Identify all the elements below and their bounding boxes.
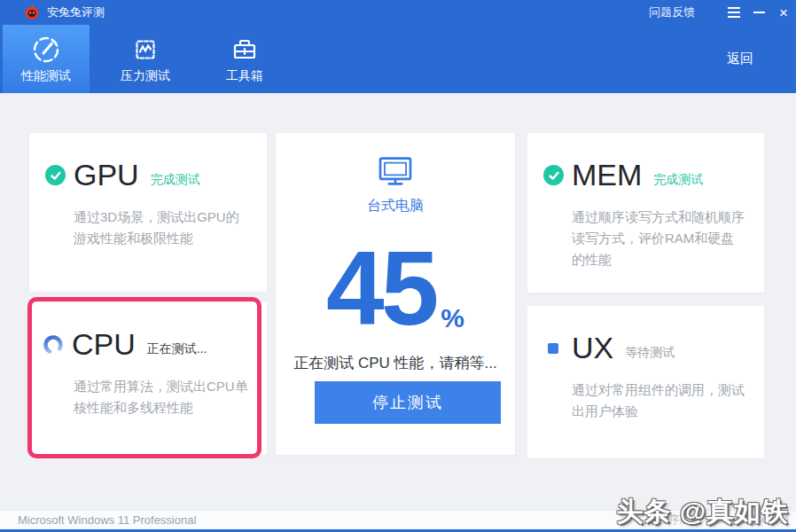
tab-label: 性能测试	[21, 68, 71, 84]
tab-stress-test[interactable]: 压力测试	[102, 25, 189, 93]
feedback-link[interactable]: 问题反馈	[649, 4, 695, 20]
minimize-button[interactable]	[746, 0, 771, 25]
gpu-status-badge: 完成测试	[151, 163, 200, 188]
progress-percent-value: 45	[326, 243, 435, 335]
stop-test-button[interactable]: 停止测试	[315, 381, 501, 424]
menu-button[interactable]	[722, 0, 746, 25]
ux-test-card[interactable]: UX 等待测试 通过对常用组件的调用，测试 出用户体验	[527, 306, 764, 458]
gpu-done-check-icon	[45, 165, 66, 185]
minimize-icon	[753, 12, 765, 13]
close-icon: ×	[779, 5, 788, 20]
gpu-test-card[interactable]: GPU 完成测试 通过3D场景，测试出GPU的 游戏性能和极限性能	[29, 133, 267, 292]
cpu-status-badge: 正在测试...	[147, 332, 207, 357]
gpu-card-title: GPU	[74, 158, 139, 192]
desktop-monitor-icon	[378, 156, 413, 186]
tab-toolbox[interactable]: 工具箱	[201, 25, 288, 93]
app-title: 安兔兔评测	[47, 4, 105, 20]
hamburger-icon	[728, 7, 740, 18]
mem-status-badge: 完成测试	[653, 163, 703, 188]
ux-waiting-square-icon	[548, 343, 558, 354]
progress-panel-card: 台式电脑 45 % 正在测试 CPU 性能，请稍等... 停止测试	[276, 133, 515, 455]
percent-sign: %	[441, 303, 464, 333]
chip-icon	[129, 34, 161, 66]
cpu-description: 通过常用算法，测试出CPU单 核性能和多线程性能	[74, 376, 261, 419]
watermark-text: 头条 @真如铁	[616, 494, 789, 530]
toolbox-icon	[229, 34, 261, 66]
cpu-card-title: CPU	[72, 327, 136, 362]
mem-done-check-icon	[543, 165, 564, 185]
os-version-label: Microsoft Windows 11 Professional	[18, 513, 196, 527]
title-bar: 安兔兔评测 问题反馈 ×	[0, 0, 796, 25]
gauge-icon	[30, 34, 62, 66]
ux-status-badge: 等待测试	[625, 336, 675, 361]
tab-label: 工具箱	[226, 68, 263, 84]
tab-label: 压力测试	[121, 68, 170, 84]
tab-performance-test[interactable]: 性能测试	[3, 25, 90, 93]
back-button[interactable]: 返回	[727, 25, 753, 93]
ux-description: 通过对常用组件的调用，测试 出用户体验	[572, 379, 760, 422]
close-button[interactable]: ×	[771, 0, 796, 25]
mem-card-title: MEM	[572, 158, 642, 192]
progress-status-text: 正在测试 CPU 性能，请稍等...	[276, 353, 515, 373]
antutu-window: 安兔兔评测 问题反馈 × 性能测试	[0, 0, 796, 532]
cpu-loading-spinner-icon	[43, 334, 64, 356]
mem-test-card[interactable]: MEM 完成测试 通过顺序读写方式和随机顺序 读写方式，评价RAM和硬盘 的性能	[527, 133, 764, 293]
ux-card-title: UX	[572, 331, 613, 365]
device-type-label: 台式电脑	[276, 197, 515, 215]
cpu-test-card[interactable]: CPU 正在测试... 通过常用算法，测试出CPU单 核性能和多线程性能	[29, 302, 267, 455]
progress-readout: 45 %	[276, 224, 515, 335]
mem-description: 通过顺序读写方式和随机顺序 读写方式，评价RAM和硬盘 的性能	[572, 207, 760, 270]
gpu-description: 通过3D场景，测试出GPU的 游戏性能和极限性能	[74, 207, 261, 249]
nav-bar: 性能测试 压力测试 工具箱 返回	[0, 25, 796, 93]
app-logo-icon	[24, 4, 40, 20]
